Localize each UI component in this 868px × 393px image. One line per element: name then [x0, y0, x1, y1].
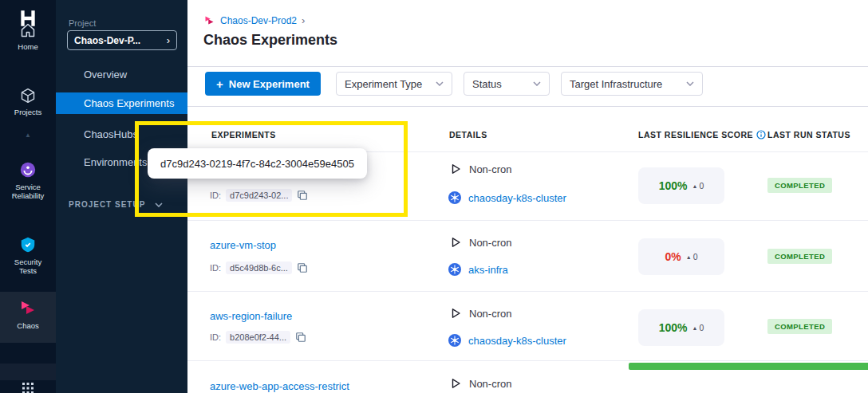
id-label: ID: — [210, 332, 221, 342]
score-delta: ▲ 0 — [692, 181, 704, 191]
project-selector[interactable]: Chaos-Dev-P... › — [67, 30, 177, 50]
projects-icon — [20, 88, 36, 104]
filter-label: Status — [472, 78, 502, 90]
new-experiment-button[interactable]: + New Experiment — [205, 72, 321, 96]
infrastructure-line: aks-infra — [448, 263, 508, 276]
divider — [187, 291, 868, 292]
sidebar-item-label: Environments — [84, 156, 147, 168]
nav-item-label: Projects — [14, 108, 41, 116]
new-experiment-label: New Experiment — [229, 78, 310, 90]
status-badge: COMPLETED — [767, 178, 832, 193]
global-nav: Home Projects ▲ Service Reliability Secu… — [0, 0, 56, 393]
breadcrumb-project-link[interactable]: Chaos-Dev-Prod2 — [220, 15, 297, 26]
experiment-id: ID: d5c49d8b-6c... — [210, 261, 308, 274]
delta-value: 0 — [693, 252, 698, 261]
experiment-name-link[interactable]: azure-vm-stop — [210, 239, 276, 251]
copy-icon[interactable] — [297, 190, 308, 201]
status-badge: COMPLETED — [767, 249, 832, 264]
infrastructure-link[interactable]: chaosday-k8s-cluster — [468, 335, 566, 347]
copy-icon[interactable] — [297, 262, 308, 273]
project-sidebar: Project Chaos-Dev-P... › Overview Chaos … — [56, 0, 187, 393]
resilience-score: 100% ▲ 0 — [638, 167, 724, 204]
infrastructure-line: chaosday-k8s-cluster — [448, 334, 566, 347]
chevron-down-icon — [686, 81, 694, 86]
green-status-bar — [629, 363, 868, 370]
home-icon — [20, 22, 36, 38]
nav-item-label: Home — [18, 42, 37, 51]
nav-item-security-tests[interactable]: Security Tests — [0, 236, 56, 275]
id-label: ID: — [210, 191, 221, 200]
sidebar-item-chaoshubs[interactable]: ChaosHubs — [56, 124, 187, 145]
divider — [187, 106, 868, 107]
play-icon — [449, 307, 462, 320]
experiment-name-link[interactable]: azure-web-app-access-restrict — [210, 380, 349, 392]
nav-item-service-reliability[interactable]: Service Reliability — [0, 161, 56, 200]
module-grid-icon[interactable] — [0, 383, 56, 393]
security-tests-icon — [19, 236, 37, 253]
id-label: ID: — [210, 263, 221, 273]
project-selector-value: Chaos-Dev-P... — [74, 35, 140, 46]
project-section-label: Project — [69, 18, 96, 28]
plus-icon: + — [216, 77, 223, 91]
sidebar-item-overview[interactable]: Overview — [56, 64, 187, 85]
filter-target-infrastructure[interactable]: Target Infrastructure — [561, 72, 703, 96]
project-setup-toggle[interactable]: PROJECT SETUP — [69, 200, 163, 209]
column-header-experiments: EXPERIMENTS — [211, 130, 276, 140]
schedule-line: Non-cron — [449, 307, 511, 320]
delta-up-icon: ▲ — [686, 254, 692, 260]
infrastructure-link[interactable]: aks-infra — [468, 264, 508, 276]
schedule-line: Non-cron — [449, 236, 511, 249]
divider — [187, 66, 868, 67]
info-icon[interactable] — [756, 130, 766, 140]
chevron-right-icon: › — [302, 14, 305, 26]
delta-value: 0 — [699, 323, 704, 332]
filter-label: Target Infrastructure — [570, 78, 662, 90]
nav-item-projects[interactable]: Projects — [0, 88, 56, 116]
experiment-id: ID: d7c9d243-02... — [210, 189, 308, 202]
score-value: 100% — [659, 321, 688, 334]
page-title: Chaos Experiments — [203, 32, 337, 49]
nav-bottom-band — [0, 364, 56, 380]
delta-up-icon: ▲ — [692, 325, 698, 331]
sidebar-item-label: Chaos Experiments — [84, 97, 174, 109]
schedule-label: Non-cron — [469, 308, 511, 320]
divider — [187, 360, 868, 361]
nav-item-label: Service Reliability — [5, 183, 51, 200]
chevron-down-icon — [436, 81, 444, 86]
column-header-score: LAST RESILIENCE SCORE — [638, 130, 766, 140]
service-reliability-icon — [19, 161, 37, 179]
main-content: Chaos-Dev-Prod2 › Chaos Experiments + Ne… — [187, 0, 868, 393]
infrastructure-line: chaosday-k8s-cluster — [448, 191, 566, 204]
copy-icon[interactable] — [295, 332, 306, 343]
chaos-module-icon — [203, 14, 215, 26]
play-icon — [449, 163, 462, 175]
filter-label: Experiment Type — [345, 78, 422, 90]
kubernetes-icon — [448, 191, 461, 204]
experiment-name-link[interactable]: aws-region-failure — [210, 310, 292, 322]
id-tooltip: d7c9d243-0219-4f7c-84c2-3004e59e4505 — [148, 148, 367, 179]
chevron-down-icon — [533, 81, 541, 86]
divider — [187, 220, 868, 221]
schedule-label: Non-cron — [469, 378, 511, 390]
nav-item-chaos[interactable]: Chaos — [0, 298, 56, 330]
resilience-score: 100% ▲ 0 — [638, 309, 724, 346]
chaos-icon — [18, 298, 37, 317]
sidebar-item-chaos-experiments[interactable]: Chaos Experiments — [56, 92, 187, 114]
score-delta: ▲ 0 — [692, 323, 704, 332]
kubernetes-icon — [448, 334, 461, 347]
infrastructure-link[interactable]: chaosday-k8s-cluster — [468, 192, 566, 204]
filter-status[interactable]: Status — [464, 72, 550, 96]
experiment-id: ID: b208e0f2-44... — [210, 331, 306, 344]
chevron-down-icon — [155, 202, 163, 207]
resilience-score: 0% ▲ 0 — [638, 238, 724, 275]
scroll-up-icon[interactable]: ▲ — [0, 132, 56, 139]
play-icon — [449, 377, 462, 390]
nav-item-home[interactable]: Home — [0, 22, 56, 51]
breadcrumb: Chaos-Dev-Prod2 › — [203, 14, 305, 26]
schedule-label: Non-cron — [469, 163, 511, 175]
project-setup-label: PROJECT SETUP — [69, 200, 145, 209]
id-value: d7c9d243-02... — [226, 189, 292, 202]
delta-up-icon: ▲ — [692, 183, 698, 189]
score-delta: ▲ 0 — [686, 252, 698, 261]
filter-experiment-type[interactable]: Experiment Type — [336, 72, 452, 96]
